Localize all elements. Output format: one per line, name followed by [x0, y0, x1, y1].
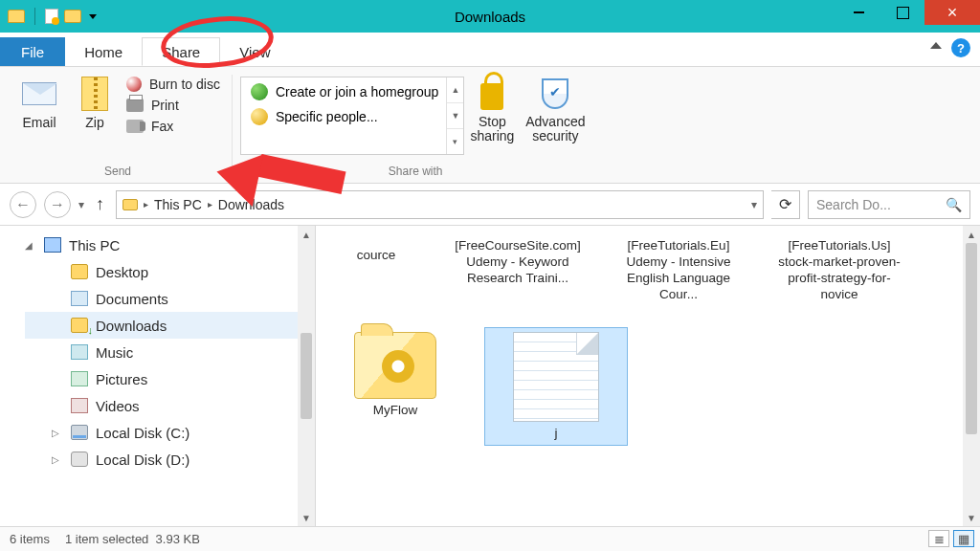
- tree-desktop[interactable]: Desktop: [25, 258, 315, 285]
- tree-scrollbar[interactable]: ▲▼: [298, 226, 315, 526]
- group-label-share-with: Share with: [389, 163, 443, 180]
- content-pane[interactable]: cource [FreeCourseSite.com] Udemy - Keyw…: [316, 226, 980, 526]
- lock-icon: [480, 83, 503, 110]
- ribbon-group-share-with: Create or join a homegroup Specific peop…: [234, 71, 596, 183]
- forward-button[interactable]: →: [44, 191, 71, 218]
- item-myflow[interactable]: MyFlow: [323, 327, 467, 447]
- fax-button[interactable]: Fax: [126, 119, 220, 134]
- address-dropdown-icon[interactable]: ▾: [751, 198, 757, 211]
- specific-people-label: Specific people...: [276, 109, 378, 124]
- status-item-count: 6 items: [10, 532, 50, 546]
- homegroup-item[interactable]: Create or join a homegroup: [247, 81, 442, 102]
- qat-separator: [34, 8, 35, 25]
- disk-icon: [71, 452, 88, 467]
- file-tab[interactable]: File: [0, 37, 65, 66]
- tree-local-disk-c[interactable]: ▷ Local Disk (C:): [25, 419, 315, 446]
- print-button[interactable]: Print: [126, 98, 220, 113]
- printer-icon: [126, 99, 144, 112]
- qat-new-document-icon[interactable]: [45, 9, 58, 24]
- share-with-gallery[interactable]: Create or join a homegroup Specific peop…: [240, 77, 464, 155]
- tree-local-disk-d[interactable]: ▷ Local Disk (D:): [25, 446, 315, 473]
- help-button[interactable]: ?: [951, 38, 970, 57]
- qat-dropdown-icon[interactable]: [89, 14, 97, 19]
- navigation-bar: ← → ▾ ↑ ▸ This PC▸ Downloads ▾ ⟳ Search …: [0, 184, 980, 226]
- homegroup-label: Create or join a homegroup: [276, 84, 438, 99]
- tab-view[interactable]: View: [220, 37, 289, 66]
- window-maximize-button[interactable]: [880, 0, 924, 25]
- pictures-icon: [71, 371, 88, 386]
- advanced-security-button[interactable]: Advanced security: [520, 71, 590, 144]
- tab-share[interactable]: Share: [142, 37, 220, 66]
- address-bar[interactable]: ▸ This PC▸ Downloads ▾: [116, 190, 764, 219]
- search-input[interactable]: Search Do... 🔍: [808, 190, 970, 219]
- navigation-tree[interactable]: ◢ This PC Desktop Documents Downloads Mu…: [0, 226, 316, 526]
- explorer-body: ◢ This PC Desktop Documents Downloads Mu…: [0, 226, 980, 526]
- recent-locations-dropdown[interactable]: ▾: [78, 198, 84, 211]
- up-button[interactable]: ↑: [92, 194, 108, 214]
- tree-videos[interactable]: Videos: [25, 392, 315, 419]
- search-icon: 🔍: [946, 197, 962, 212]
- zip-button[interactable]: Zip: [67, 71, 122, 130]
- gallery-scroll-handle[interactable]: ▲▼▾: [446, 77, 463, 154]
- back-button[interactable]: ←: [10, 191, 36, 218]
- title-bar: Downloads ×: [0, 0, 980, 33]
- status-selection: 1 item selected 3.93 KB: [65, 532, 200, 546]
- ribbon: Email Zip Burn to disc Print Fax: [0, 67, 980, 184]
- print-label: Print: [151, 98, 179, 113]
- collapse-ribbon-icon[interactable]: [930, 42, 942, 49]
- folder-icon: [71, 264, 88, 279]
- people-icon: [251, 108, 268, 125]
- tree-music[interactable]: Music: [25, 339, 315, 365]
- group-label-send: Send: [104, 163, 131, 180]
- window-minimize-button[interactable]: [836, 0, 880, 25]
- fax-icon: [126, 120, 144, 133]
- large-icons-view-button[interactable]: ▦: [953, 530, 974, 547]
- refresh-button[interactable]: ⟳: [771, 190, 800, 219]
- search-placeholder: Search Do...: [816, 197, 891, 212]
- downloads-icon: [71, 318, 88, 333]
- tab-home[interactable]: Home: [65, 37, 142, 66]
- advanced-security-label: Advanced security: [520, 115, 590, 144]
- window-title: Downloads: [455, 9, 525, 25]
- item-cource[interactable]: cource: [323, 230, 429, 308]
- quick-access-toolbar: [0, 8, 97, 25]
- fax-label: Fax: [151, 119, 173, 134]
- folder-icon: [122, 199, 138, 210]
- disk-icon: [71, 425, 88, 440]
- email-icon: [22, 82, 56, 105]
- disc-icon: [126, 77, 142, 92]
- music-icon: [71, 344, 88, 360]
- qat-properties-icon[interactable]: [64, 10, 81, 23]
- details-view-button[interactable]: ≣: [928, 530, 949, 547]
- specific-people-item[interactable]: Specific people...: [247, 106, 442, 127]
- breadcrumb-this-pc[interactable]: This PC▸: [154, 197, 212, 212]
- ribbon-group-separator: [232, 75, 233, 170]
- stop-sharing-label: Stop sharing: [464, 115, 520, 144]
- email-button[interactable]: Email: [11, 71, 67, 130]
- item-freetutorials-eu[interactable]: [FreeTutorials.Eu] Udemy - Intensive Eng…: [607, 230, 750, 308]
- item-freetutorials-us[interactable]: [FreeTutorials.Us] stock-market-proven-p…: [768, 230, 911, 308]
- item-freecoursesite[interactable]: [FreeCourseSite.com] Udemy - Keyword Res…: [446, 230, 590, 308]
- tree-this-pc[interactable]: ◢ This PC: [25, 231, 315, 258]
- text-file-icon: [513, 332, 599, 422]
- folder-open-icon: [354, 332, 436, 399]
- burn-to-disc-button[interactable]: Burn to disc: [126, 77, 220, 92]
- videos-icon: [71, 398, 88, 413]
- burn-label: Burn to disc: [149, 77, 220, 92]
- ribbon-tab-strip: File Home Share View ?: [0, 33, 980, 67]
- window-controls: ×: [836, 0, 980, 25]
- item-j[interactable]: j: [484, 327, 628, 447]
- tree-documents[interactable]: Documents: [25, 285, 315, 312]
- ribbon-group-send: Email Zip Burn to disc Print Fax: [6, 71, 230, 183]
- qat-folder-icon[interactable]: [8, 10, 25, 23]
- breadcrumb-downloads[interactable]: Downloads: [218, 197, 284, 212]
- tree-pictures[interactable]: Pictures: [25, 365, 315, 392]
- window-close-button[interactable]: ×: [924, 0, 980, 25]
- stop-sharing-button[interactable]: Stop sharing: [464, 71, 520, 144]
- this-pc-icon: [44, 237, 61, 253]
- zip-icon: [81, 77, 108, 111]
- content-scrollbar[interactable]: ▲▼: [963, 226, 980, 526]
- tree-downloads[interactable]: Downloads: [25, 312, 315, 339]
- status-bar: 6 items 1 item selected 3.93 KB ≣ ▦: [0, 526, 980, 551]
- shield-icon: [542, 78, 568, 109]
